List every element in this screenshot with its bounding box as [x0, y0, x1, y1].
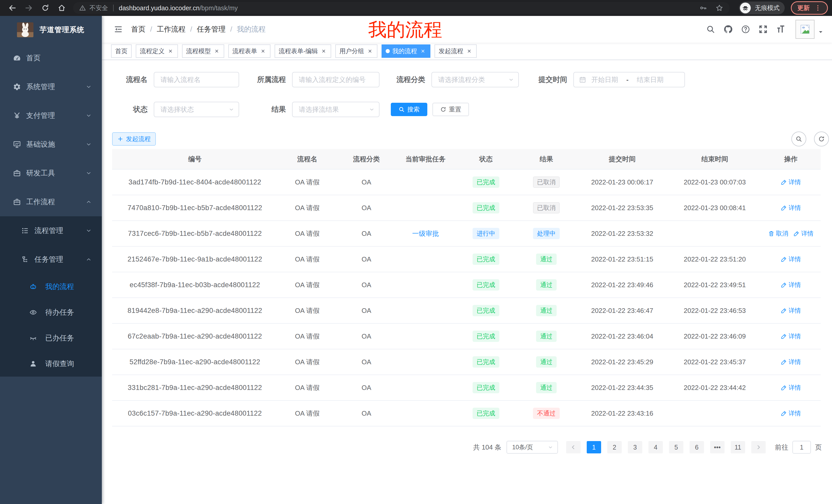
- tab-我的流程[interactable]: 我的流程: [382, 45, 431, 58]
- browser-home-button[interactable]: [55, 1, 69, 15]
- search-button[interactable]: 搜索: [391, 103, 427, 116]
- date-range-picker[interactable]: 开始日期 - 结束日期: [573, 72, 685, 87]
- browser-reload-button[interactable]: [38, 1, 52, 15]
- detail-link[interactable]: 详情: [781, 409, 801, 417]
- category-select[interactable]: 请选择流程分类: [432, 72, 519, 87]
- avatar[interactable]: [796, 20, 814, 39]
- page-button-4[interactable]: 4: [648, 441, 663, 453]
- fullscreen-icon[interactable]: [754, 16, 772, 43]
- next-page-button[interactable]: [751, 441, 766, 453]
- hide-search-button[interactable]: [791, 132, 806, 146]
- caret-down-icon[interactable]: [817, 29, 824, 35]
- detail-link[interactable]: 详情: [781, 281, 801, 289]
- detail-link[interactable]: 详情: [781, 255, 801, 263]
- update-button[interactable]: 更新: [791, 1, 828, 15]
- result-select[interactable]: 请选择流结果: [292, 102, 380, 117]
- question-icon[interactable]: [737, 16, 754, 43]
- cell-end-time: 2022-01-22 23:46:09: [669, 332, 761, 340]
- sidebar-subitem-0[interactable]: 流程管理: [0, 216, 102, 245]
- status-tag: 不通过: [533, 408, 560, 419]
- font-size-icon[interactable]: [772, 16, 789, 43]
- reset-button[interactable]: 重置: [433, 103, 469, 116]
- app-title: 芋道管理系统: [40, 25, 84, 35]
- sidebar-item-1[interactable]: 系统管理: [0, 73, 102, 101]
- close-icon[interactable]: [420, 48, 426, 54]
- bookmark-star-icon[interactable]: [715, 4, 724, 12]
- detail-link[interactable]: 详情: [781, 204, 801, 212]
- detail-link[interactable]: 详情: [794, 229, 813, 237]
- process-id-input[interactable]: 请输入流程定义的编号: [292, 72, 380, 87]
- close-icon[interactable]: [367, 48, 373, 54]
- sidebar-subitem-4[interactable]: 已办任务: [0, 325, 102, 351]
- cell-id: 7317cec6-7b9b-11ec-b5b7-acde48001122: [112, 230, 278, 237]
- page-button-3[interactable]: 3: [628, 441, 642, 453]
- hamburger-icon[interactable]: [114, 25, 123, 34]
- sidebar-subitem-3[interactable]: 待办任务: [0, 300, 102, 325]
- github-icon[interactable]: [719, 16, 737, 43]
- sidebar-subitem-5[interactable]: 请假查询: [0, 351, 102, 376]
- status-select[interactable]: 请选择状态: [154, 102, 239, 117]
- detail-link[interactable]: 详情: [781, 306, 801, 315]
- page-size-select[interactable]: 10条/页: [506, 441, 558, 454]
- cell-actions: 详情: [761, 384, 821, 392]
- detail-link[interactable]: 详情: [781, 332, 801, 340]
- close-icon[interactable]: [260, 48, 266, 54]
- tab-流程定义[interactable]: 流程定义: [136, 45, 178, 58]
- logo[interactable]: 芋道管理系统: [0, 16, 102, 44]
- page-button-1[interactable]: 1: [587, 441, 601, 453]
- breadcrumb-item[interactable]: 工作流程: [157, 24, 186, 34]
- close-icon[interactable]: [213, 48, 220, 54]
- header-search-icon[interactable]: [702, 16, 719, 43]
- page-button-5[interactable]: 5: [669, 441, 683, 453]
- chevron-up-icon: [86, 257, 92, 262]
- tab-首页[interactable]: 首页: [111, 45, 132, 58]
- chevron-down-icon: [369, 106, 375, 113]
- prev-page-button[interactable]: [566, 441, 580, 453]
- cancel-link[interactable]: 取消: [768, 229, 788, 237]
- close-icon[interactable]: [167, 48, 174, 54]
- page-button-6[interactable]: 6: [690, 441, 704, 453]
- url-text[interactable]: dashboard.yudao.iocoder.cn/bpm/task/my: [119, 4, 238, 12]
- sidebar-item-0[interactable]: 首页: [0, 44, 102, 73]
- sidebar-item-label: 工作流程: [26, 197, 55, 207]
- cell-status: 进行中: [455, 228, 517, 239]
- pen-icon: [781, 359, 787, 365]
- sidebar-item-2[interactable]: 支付管理: [0, 101, 102, 130]
- create-process-button[interactable]: 发起流程: [112, 132, 156, 146]
- process-name-input[interactable]: 请输入流程名: [154, 72, 239, 87]
- breadcrumb-item[interactable]: 任务管理: [197, 24, 226, 34]
- page-ellipsis[interactable]: •••: [710, 441, 725, 453]
- refresh-table-button[interactable]: [814, 132, 829, 146]
- goto-page-input[interactable]: 1: [792, 441, 811, 454]
- sidebar-item-4[interactable]: 研发工具: [0, 159, 102, 188]
- task-link[interactable]: 一级审批: [412, 230, 439, 237]
- tab-流程模型[interactable]: 流程模型: [182, 45, 224, 58]
- cell-result: 通过: [517, 254, 576, 265]
- detail-link[interactable]: 详情: [781, 384, 801, 392]
- sidebar-item-3[interactable]: 基础设施: [0, 130, 102, 159]
- browser-forward-button[interactable]: [22, 1, 35, 15]
- detail-link[interactable]: 详情: [781, 358, 801, 366]
- sidebar-subitem-1[interactable]: 任务管理: [0, 245, 102, 274]
- date-start-placeholder[interactable]: 开始日期: [591, 75, 618, 84]
- sidebar-subitem-label: 流程管理: [34, 226, 63, 235]
- cell-name: OA 请假: [278, 332, 337, 341]
- browser-menu-icon[interactable]: [814, 4, 822, 11]
- sidebar-subitem-2[interactable]: 我的流程: [0, 274, 102, 300]
- address-bar[interactable]: 不安全 dashboard.yudao.iocoder.cn/bpm/task/…: [73, 2, 730, 14]
- page-button-2[interactable]: 2: [607, 441, 622, 453]
- sidebar-item-5[interactable]: 工作流程: [0, 188, 102, 216]
- tab-流程表单[interactable]: 流程表单: [228, 45, 270, 58]
- close-icon[interactable]: [466, 48, 473, 54]
- security-label[interactable]: 不安全: [89, 4, 108, 12]
- page-button-11[interactable]: 11: [731, 441, 745, 453]
- date-end-placeholder[interactable]: 结束日期: [637, 75, 664, 84]
- close-icon[interactable]: [320, 48, 327, 54]
- tab-用户分组[interactable]: 用户分组: [335, 45, 378, 58]
- key-icon[interactable]: [699, 4, 707, 12]
- breadcrumb-item[interactable]: 首页: [131, 24, 146, 34]
- detail-link[interactable]: 详情: [781, 178, 801, 186]
- tab-流程表单-编辑[interactable]: 流程表单-编辑: [275, 45, 331, 58]
- tab-发起流程[interactable]: 发起流程: [435, 45, 477, 58]
- browser-back-button[interactable]: [6, 1, 19, 15]
